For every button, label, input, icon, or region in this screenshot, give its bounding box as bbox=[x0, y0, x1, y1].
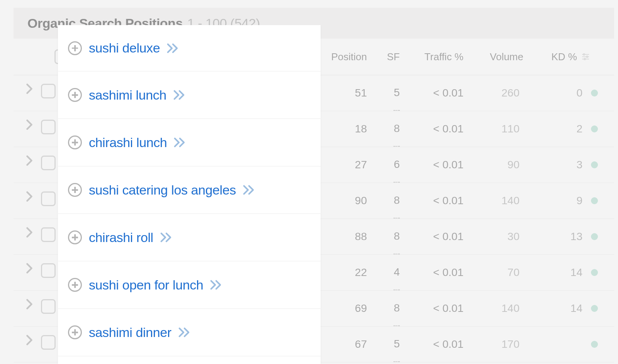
expand-row-icon[interactable] bbox=[24, 120, 34, 130]
double-chevron-icon bbox=[173, 90, 187, 100]
add-keyword-icon[interactable] bbox=[68, 230, 82, 244]
double-chevron-icon bbox=[178, 327, 192, 338]
cell-kd: 2 bbox=[576, 111, 582, 147]
keyword-item[interactable]: sushi catering los angeles bbox=[58, 166, 321, 214]
kd-indicator-dot bbox=[591, 269, 598, 276]
expand-row-icon[interactable] bbox=[24, 156, 34, 166]
double-chevron-icon bbox=[210, 279, 223, 290]
add-keyword-icon[interactable] bbox=[68, 41, 82, 55]
cell-position: 88 bbox=[355, 219, 367, 254]
cell-volume: 90 bbox=[508, 147, 520, 183]
kd-indicator-dot bbox=[591, 197, 598, 204]
cell-sf[interactable]: 8 bbox=[394, 111, 400, 147]
double-chevron-icon bbox=[160, 232, 173, 243]
cell-traffic: < 0.01 bbox=[433, 219, 464, 254]
cell-traffic: < 0.01 bbox=[433, 327, 464, 362]
col-header-volume[interactable]: Volume bbox=[490, 39, 523, 75]
cell-position: 69 bbox=[355, 291, 367, 326]
add-keyword-icon[interactable] bbox=[68, 135, 82, 149]
cell-position: 22 bbox=[355, 255, 367, 290]
cell-volume: 260 bbox=[501, 75, 520, 111]
keyword-item[interactable]: sushi open for lunch bbox=[58, 261, 321, 309]
cell-sf[interactable]: 8 bbox=[394, 183, 400, 218]
cell-kd: 0 bbox=[576, 75, 582, 111]
keyword-link[interactable]: sashimi lunch bbox=[89, 88, 166, 103]
row-checkbox[interactable] bbox=[41, 120, 56, 134]
keyword-link[interactable]: sushi catering los angeles bbox=[89, 183, 236, 198]
cell-traffic: < 0.01 bbox=[433, 147, 464, 183]
kd-indicator-dot bbox=[591, 161, 598, 168]
keyword-item[interactable]: sashimi dinner bbox=[58, 309, 321, 356]
cell-sf[interactable]: 4 bbox=[394, 255, 400, 290]
row-checkbox[interactable] bbox=[41, 335, 56, 350]
cell-position: 90 bbox=[355, 183, 367, 218]
keyword-link[interactable]: sushi open for lunch bbox=[89, 278, 203, 293]
cell-sf[interactable]: 8 bbox=[394, 219, 400, 254]
keyword-link[interactable]: chirashi roll bbox=[89, 230, 153, 245]
cell-volume: 140 bbox=[501, 291, 520, 326]
cell-position: 27 bbox=[355, 147, 367, 183]
keyword-link[interactable]: sashimi dinner bbox=[89, 325, 171, 340]
col-header-kd[interactable]: KD % bbox=[552, 39, 590, 75]
cell-kd: 13 bbox=[570, 219, 582, 254]
kd-indicator-dot bbox=[591, 233, 598, 240]
svg-point-4 bbox=[586, 56, 588, 58]
cell-traffic: < 0.01 bbox=[433, 291, 464, 326]
double-chevron-icon bbox=[174, 137, 187, 148]
cell-traffic: < 0.01 bbox=[433, 111, 464, 147]
cell-volume: 70 bbox=[508, 255, 520, 290]
expand-row-icon[interactable] bbox=[24, 191, 34, 201]
add-keyword-icon[interactable] bbox=[68, 183, 82, 197]
cell-position: 51 bbox=[355, 75, 367, 111]
cell-traffic: < 0.01 bbox=[433, 75, 464, 111]
col-header-sf[interactable]: SF bbox=[387, 39, 400, 75]
row-checkbox[interactable] bbox=[41, 227, 56, 242]
keyword-link[interactable]: chirashi lunch bbox=[89, 135, 167, 150]
cell-volume: 110 bbox=[501, 111, 520, 147]
keyword-link[interactable]: sushi deluxe bbox=[89, 41, 160, 56]
row-checkbox[interactable] bbox=[41, 299, 56, 314]
keyword-item[interactable]: chirashi lunch bbox=[58, 119, 321, 166]
cell-kd: 14 bbox=[570, 255, 582, 290]
cell-sf[interactable]: 6 bbox=[394, 147, 400, 183]
kd-indicator-dot bbox=[591, 90, 598, 97]
kd-indicator-dot bbox=[591, 341, 598, 348]
cell-sf[interactable]: 8 bbox=[394, 291, 400, 326]
keyword-item[interactable]: chirashi roll bbox=[58, 214, 321, 261]
cell-volume: 170 bbox=[501, 327, 520, 362]
keyword-item[interactable]: sashimi lunch bbox=[58, 71, 321, 119]
expand-row-icon[interactable] bbox=[24, 263, 34, 273]
col-header-kd-label: KD % bbox=[552, 51, 577, 63]
cell-kd: 3 bbox=[576, 147, 582, 183]
add-keyword-icon[interactable] bbox=[68, 88, 82, 102]
row-checkbox[interactable] bbox=[41, 191, 56, 206]
double-chevron-icon bbox=[243, 185, 256, 195]
expand-row-icon[interactable] bbox=[24, 227, 34, 237]
cell-traffic: < 0.01 bbox=[433, 183, 464, 218]
kd-indicator-dot bbox=[591, 305, 598, 312]
cell-sf[interactable]: 5 bbox=[394, 75, 400, 111]
col-header-traffic[interactable]: Traffic % bbox=[424, 39, 464, 75]
col-header-position[interactable]: Position bbox=[331, 39, 367, 75]
svg-point-5 bbox=[584, 58, 586, 60]
cell-traffic: < 0.01 bbox=[433, 255, 464, 290]
expand-row-icon[interactable] bbox=[24, 299, 34, 309]
columns-settings-icon[interactable] bbox=[581, 52, 590, 61]
expand-row-icon[interactable] bbox=[24, 335, 34, 345]
cell-sf[interactable]: 5 bbox=[394, 327, 400, 362]
cell-kd: 14 bbox=[570, 291, 582, 326]
cell-position: 67 bbox=[355, 327, 367, 362]
keyword-popup: sushi deluxesashimi lunchchirashi lunchs… bbox=[58, 25, 321, 364]
svg-point-3 bbox=[583, 54, 585, 55]
cell-position: 18 bbox=[355, 111, 367, 147]
cell-volume: 30 bbox=[508, 219, 520, 254]
keyword-item[interactable]: sushi deluxe bbox=[58, 25, 321, 71]
add-keyword-icon[interactable] bbox=[68, 325, 82, 339]
cell-volume: 140 bbox=[501, 183, 520, 218]
row-checkbox[interactable] bbox=[41, 84, 56, 98]
expand-row-icon[interactable] bbox=[24, 84, 34, 94]
row-checkbox[interactable] bbox=[41, 263, 56, 278]
add-keyword-icon[interactable] bbox=[68, 278, 82, 292]
row-checkbox[interactable] bbox=[41, 156, 56, 170]
double-chevron-icon bbox=[167, 43, 180, 54]
